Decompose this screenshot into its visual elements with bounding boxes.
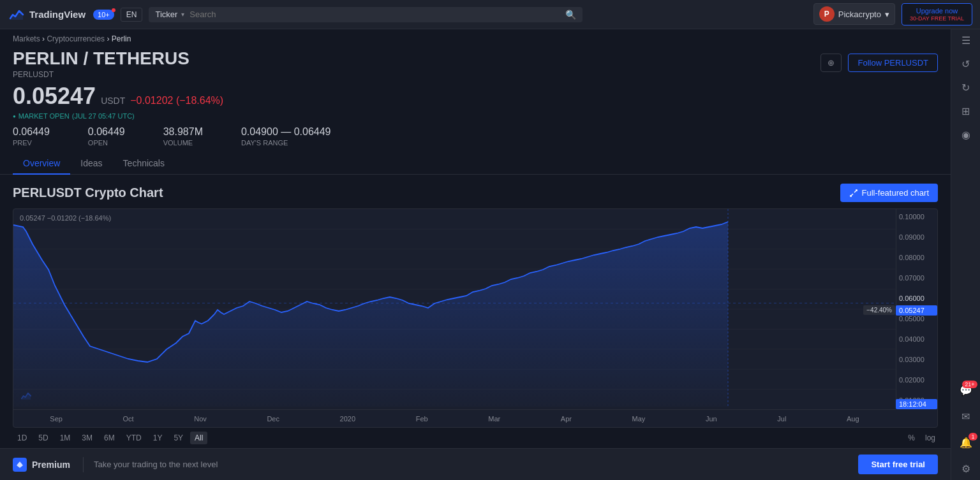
chart-title: PERLUSDT Crypto Chart [13,185,163,200]
chart-header: PERLUSDT Crypto Chart Full-featured char… [13,184,938,202]
search-icon: 🔍 [565,10,576,20]
timeframe-buttons: 1D 5D 1M 3M 6M YTD 1Y 5Y All [13,432,207,444]
right-sidebar: ☰ ↺ ↻ ⊞ ◉ 💬 ✉ 🔔 ⚙ [951,29,980,480]
sidebar-chat-icon[interactable]: 💬 [960,384,972,396]
logo-area[interactable]: TradingView [8,6,85,24]
tf-1y[interactable]: 1Y [149,432,167,444]
stat-open: 0.06449 OPEN [88,126,125,147]
tab-technicals[interactable]: Technicals [113,153,175,175]
pct-scale-button[interactable]: % [905,432,917,444]
premium-description: Take your trading to the next level [94,460,859,469]
tf-1d[interactable]: 1D [13,432,31,444]
price-chart-svg [13,209,896,409]
ticker-label[interactable]: Ticker [155,10,177,19]
sidebar-notification-icon[interactable]: 🔔 [960,437,972,449]
tf-1m[interactable]: 1M [56,432,75,444]
stat-range-value: 0.04900 — 0.06449 [241,126,331,138]
sidebar-message-icon[interactable]: ✉ [961,411,970,423]
stat-volume-value: 38.987M [163,126,203,138]
breadcrumb-sep1: › [42,34,45,43]
chart-controls: 1D 5D 1M 3M 6M YTD 1Y 5Y All % log [0,428,951,448]
tab-ideas[interactable]: Ideas [70,153,112,175]
tradingview-logo-icon [8,6,26,24]
chart-x-axis: Sep Oct Nov Dec 2020 Feb Mar Apr May Jun… [13,409,896,427]
notification-dot [112,8,115,12]
nav-right: P Pickacrypto ▾ Upgrade now 30-DAY FREE … [813,3,972,26]
user-dropdown-icon: ▾ [885,10,889,19]
stat-prev-value: 0.06449 [13,126,50,138]
user-menu-button[interactable]: P Pickacrypto ▾ [813,3,895,25]
sidebar-grid-icon[interactable]: ⊞ [961,105,970,117]
stat-range-label: DAY'S RANGE [241,139,331,147]
full-chart-button[interactable]: Full-featured chart [840,184,939,202]
notifications-badge[interactable]: 10+ [93,10,114,19]
price-change: −0.01202 (−18.64%) [130,95,223,106]
sidebar-settings-icon[interactable]: ⚙ [961,463,970,475]
search-input[interactable] [189,10,565,19]
symbol-ticker: PERLUSDT [13,70,223,79]
sidebar-chart-icon[interactable]: ↺ [961,58,970,70]
chart-right-controls: % log [905,432,938,444]
chart-section: PERLUSDT Crypto Chart Full-featured char… [0,175,951,428]
symbol-header: PERLIN / TETHERUS PERLUSDT 0.05247 USDT … [0,48,951,126]
tf-6m[interactable]: 6M [100,432,119,444]
breadcrumb-cryptocurrencies[interactable]: Cryptocurrencies [47,34,105,43]
breadcrumb: Markets › Cryptocurrencies › Perlin [0,29,951,48]
svg-marker-12 [13,222,728,407]
price-unit: USDT [101,96,125,106]
symbol-info: PERLIN / TETHERUS PERLUSDT 0.05247 USDT … [13,48,223,120]
upgrade-button[interactable]: Upgrade now 30-DAY FREE TRIAL [902,3,972,26]
tf-3m[interactable]: 3M [77,432,97,444]
sidebar-refresh-icon[interactable]: ↻ [961,82,970,94]
stat-range: 0.04900 — 0.06449 DAY'S RANGE [241,126,331,147]
symbol-actions: ⊕ Overview Follow PERLUSDT [820,54,938,72]
stat-prev: 0.06449 PREV [13,126,50,147]
breadcrumb-markets[interactable]: Markets [13,34,40,43]
premium-divider [83,457,84,472]
avatar: P [819,6,835,22]
main-content: Markets › Cryptocurrencies › Perlin PERL… [0,29,980,480]
ticker-dropdown-icon: ▾ [181,11,184,18]
search-bar[interactable]: Ticker ▾ 🔍 [149,7,583,22]
chart-container[interactable]: 0.05247 −0.01202 (−18.64%) [13,208,938,428]
username-label: Pickacrypto [838,10,881,19]
price-tooltip: 0.05247 [896,305,937,316]
price-row: 0.05247 USDT −0.01202 (−18.64%) [13,83,223,110]
stat-prev-label: PREV [13,139,50,147]
premium-bar: Premium Take your trading to the next le… [0,448,951,480]
tf-ytd[interactable]: YTD [122,432,146,444]
tabs-row: Overview Ideas Technicals [0,153,951,175]
breadcrumb-current: Perlin [112,34,131,43]
compare-button[interactable]: ⊕ [820,54,842,72]
follow-button[interactable]: Overview Follow PERLUSDT [848,54,938,72]
price-main: 0.05247 [13,83,96,110]
stat-volume-label: VOLUME [163,139,203,147]
watermark-icon [20,389,33,404]
time-tooltip: 18:12:04 [896,399,937,409]
start-trial-button[interactable]: Start free trial [858,455,938,474]
stat-open-label: OPEN [88,139,125,147]
language-button[interactable]: EN [121,8,143,22]
tf-5y[interactable]: 5Y [169,432,188,444]
chart-icon [849,189,858,198]
market-stats: 0.06449 PREV 0.06449 OPEN 38.987M VOLUME… [0,126,951,153]
pct-tooltip: −42.40% [863,305,895,315]
tf-all[interactable]: All [190,432,207,444]
topnav: TradingView 10+ EN Ticker ▾ 🔍 P Pickacry… [0,0,980,29]
tf-5d[interactable]: 5D [34,432,52,444]
logo-text: TradingView [29,9,85,20]
log-scale-button[interactable]: log [923,432,938,444]
premium-logo: Premium [13,458,70,472]
breadcrumb-sep2: › [107,34,109,43]
symbol-name: PERLIN / TETHERUS [13,48,223,69]
market-status: MARKET OPEN (JUL 27 05:47 UTC) [13,112,223,120]
stat-volume: 38.987M VOLUME [163,126,203,147]
tab-overview[interactable]: Overview [13,153,70,175]
stat-open-value: 0.06449 [88,126,125,138]
sidebar-eye-icon[interactable]: ◉ [961,129,970,141]
premium-label: Premium [32,460,70,470]
sidebar-menu-icon[interactable]: ☰ [961,34,970,47]
premium-icon [13,458,27,472]
